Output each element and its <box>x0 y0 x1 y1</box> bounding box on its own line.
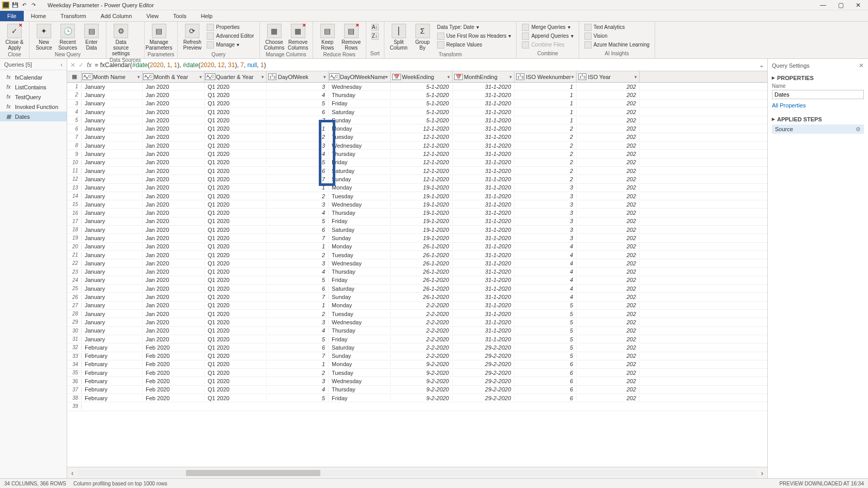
cell-iso_year[interactable]: 202 <box>577 336 640 342</box>
cell-day_of_week[interactable]: 7 <box>267 353 329 359</box>
cell-iso_week[interactable]: 4 <box>515 294 577 300</box>
cell-day_name[interactable]: Saturday <box>329 227 391 233</box>
cell-day_name[interactable]: Friday <box>329 336 391 342</box>
close-button[interactable]: ✕ <box>850 1 866 10</box>
cell-day_of_week[interactable]: 2 <box>267 370 329 376</box>
cell-month_year[interactable]: Jan 2020 <box>143 151 205 157</box>
cell-quarter_year[interactable]: Q1 2020 <box>205 176 267 182</box>
cell-month_name[interactable]: January <box>82 336 143 342</box>
column-header-day_name[interactable]: ABCDayOfWeekName▾ <box>329 71 391 82</box>
cell-week_ending[interactable]: 9-2-2020 <box>391 361 453 367</box>
cell-day_name[interactable]: Wednesday <box>329 319 391 325</box>
cell-month_name[interactable]: January <box>82 184 143 191</box>
cell-iso_year[interactable]: 202 <box>577 361 640 367</box>
cell-month_ending[interactable]: 29-2-2020 <box>453 378 515 384</box>
cell-iso_week[interactable]: 6 <box>515 395 577 401</box>
group-by-button[interactable]: ΣGroup By <box>411 23 434 52</box>
cell-iso_week[interactable]: 6 <box>515 370 577 376</box>
cell-day_of_week[interactable]: 4 <box>267 92 329 98</box>
cell-month_year[interactable]: Jan 2020 <box>143 176 205 182</box>
cell-day_name[interactable]: Thursday <box>329 210 391 216</box>
cell-month_name[interactable]: January <box>82 168 143 174</box>
cell-quarter_year[interactable]: Q1 2020 <box>205 269 267 275</box>
cell-day_of_week[interactable]: 6 <box>267 344 329 351</box>
formula-expand-icon[interactable]: ⌄ <box>759 61 764 69</box>
column-header-quarter_year[interactable]: ABCQuarter & Year▾ <box>205 71 267 82</box>
filter-dropdown-icon[interactable]: ▾ <box>509 74 512 80</box>
cell-iso_year[interactable]: 202 <box>577 395 640 401</box>
cell-quarter_year[interactable]: Q1 2020 <box>205 395 267 401</box>
cell-iso_year[interactable]: 202 <box>577 344 640 351</box>
cell-day_name[interactable]: Saturday <box>329 286 391 292</box>
tab-tools[interactable]: Tools <box>166 11 194 21</box>
cell-month_year[interactable]: Jan 2020 <box>143 100 205 106</box>
cell-week_ending[interactable]: 2-2-2020 <box>391 311 453 317</box>
type-int-icon[interactable]: 123 <box>517 73 524 81</box>
cell-month_name[interactable]: January <box>82 92 143 98</box>
column-header-month_ending[interactable]: 📅MonthEnding▾ <box>453 71 515 82</box>
table-row[interactable]: 10JanuaryJan 2020Q1 20205Friday12-1-2020… <box>67 159 767 167</box>
cell-week_ending[interactable]: 9-2-2020 <box>391 386 453 392</box>
cell-week_ending[interactable]: 2-2-2020 <box>391 336 453 342</box>
cell-month_year[interactable]: Feb 2020 <box>143 361 205 367</box>
cell-week_ending[interactable]: 19-1-2020 <box>391 201 453 208</box>
split-column-button[interactable]: ⎮Split Column <box>388 23 410 52</box>
cell-month_ending[interactable]: 31-1-2020 <box>453 109 515 115</box>
cell-day_of_week[interactable]: 5 <box>267 159 329 165</box>
cell-iso_week[interactable]: 5 <box>515 327 577 334</box>
first-row-headers-button[interactable]: Use First Row as Headers ▾ <box>435 32 514 40</box>
cell-iso_week[interactable]: 2 <box>515 168 577 174</box>
cell-month_ending[interactable]: 31-1-2020 <box>453 151 515 157</box>
table-row[interactable]: 14JanuaryJan 2020Q1 20202Tuesday19-1-202… <box>67 192 767 200</box>
cell-week_ending[interactable]: 2-2-2020 <box>391 302 453 308</box>
cell-month_ending[interactable]: 31-1-2020 <box>453 311 515 317</box>
cell-month_year[interactable]: Feb 2020 <box>143 386 205 392</box>
cell-quarter_year[interactable]: Q1 2020 <box>205 327 267 334</box>
table-row[interactable]: 30JanuaryJan 2020Q1 20204Thursday2-2-202… <box>67 327 767 335</box>
cell-month_year[interactable]: Jan 2020 <box>143 327 205 334</box>
cell-iso_year[interactable]: 202 <box>577 227 640 233</box>
remove-rows-button[interactable]: ▤Remove Rows <box>340 23 363 52</box>
cell-week_ending[interactable]: 12-1-2020 <box>391 125 453 132</box>
cell-week_ending[interactable]: 12-1-2020 <box>391 143 453 149</box>
cell-month_ending[interactable]: 31-1-2020 <box>453 218 515 224</box>
keep-rows-button[interactable]: ▤Keep Rows <box>316 23 339 52</box>
cell-month_year[interactable]: Jan 2020 <box>143 243 205 249</box>
sort-asc-button[interactable]: A↓ <box>369 23 381 32</box>
cell-day_name[interactable]: Thursday <box>329 151 391 157</box>
cell-iso_week[interactable]: 5 <box>515 319 577 325</box>
cell-iso_week[interactable]: 3 <box>515 210 577 216</box>
enter-data-button[interactable]: ▤Enter Data <box>80 23 103 52</box>
cell-quarter_year[interactable]: Q1 2020 <box>205 100 267 106</box>
cell-quarter_year[interactable]: Q1 2020 <box>205 294 267 300</box>
cell-day_of_week[interactable]: 1 <box>267 125 329 132</box>
cell-iso_week[interactable]: 3 <box>515 201 577 208</box>
cell-iso_week[interactable]: 3 <box>515 184 577 191</box>
cell-month_ending[interactable]: 31-1-2020 <box>453 134 515 140</box>
filter-dropdown-icon[interactable]: ▾ <box>447 74 450 80</box>
chevron-down-icon[interactable]: ▸ <box>772 116 775 122</box>
cell-month_name[interactable]: January <box>82 109 143 115</box>
cell-iso_week[interactable]: 3 <box>515 227 577 233</box>
cell-iso_week[interactable]: 1 <box>515 117 577 123</box>
cell-iso_year[interactable]: 202 <box>577 294 640 300</box>
tab-add-column[interactable]: Add Column <box>94 11 140 21</box>
cell-quarter_year[interactable]: Q1 2020 <box>205 201 267 208</box>
cell-quarter_year[interactable]: Q1 2020 <box>205 243 267 249</box>
table-row[interactable]: 8JanuaryJan 2020Q1 20203Wednesday12-1-20… <box>67 141 767 150</box>
table-row[interactable]: 22JanuaryJan 2020Q1 20203Wednesday26-1-2… <box>67 259 767 267</box>
cell-month_name[interactable]: January <box>82 218 143 224</box>
cell-week_ending[interactable]: 26-1-2020 <box>391 294 453 300</box>
table-row[interactable]: 15JanuaryJan 2020Q1 20203Wednesday19-1-2… <box>67 200 767 209</box>
merge-queries-button[interactable]: Merge Queries ▾ <box>520 23 575 32</box>
cell-iso_week[interactable]: 4 <box>515 269 577 275</box>
table-row[interactable]: 29JanuaryJan 2020Q1 20203Wednesday2-2-20… <box>67 318 767 326</box>
cell-day_name[interactable]: Saturday <box>329 344 391 351</box>
table-row[interactable]: 21JanuaryJan 2020Q1 20202Tuesday26-1-202… <box>67 251 767 259</box>
chevron-down-icon[interactable]: ▸ <box>772 74 775 81</box>
cell-iso_week[interactable]: 4 <box>515 260 577 266</box>
cell-month_name[interactable]: January <box>82 286 143 292</box>
query-item-invoked-function[interactable]: fxInvoked Function <box>0 102 67 112</box>
cell-day_name[interactable]: Thursday <box>329 269 391 275</box>
cell-iso_week[interactable]: 5 <box>515 344 577 351</box>
